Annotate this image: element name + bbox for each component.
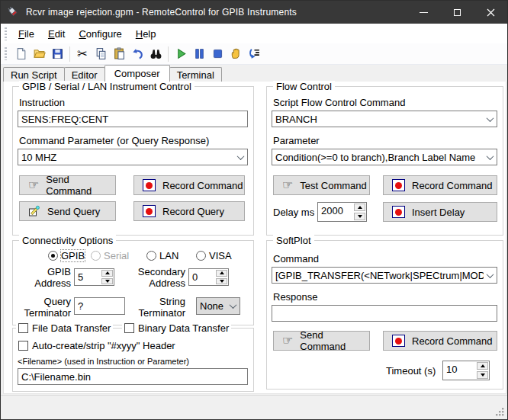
string-terminator-combo[interactable]: None [196,297,240,315]
halt-button[interactable] [227,45,245,63]
maximize-button[interactable] [440,1,474,24]
spin-up-icon[interactable] [477,362,488,370]
pointing-hand-icon [282,180,293,191]
timeout-spinner[interactable]: 10 [442,361,490,380]
record-command-button[interactable]: Record Command [133,175,245,195]
chevron-down-icon [484,268,497,283]
instruction-input[interactable] [18,111,248,127]
spin-down-icon[interactable] [216,278,227,285]
group-softplot: SoftPlot Command [GPIB_TRANSFER(<NETwork… [266,240,503,390]
copy-button[interactable] [92,45,110,63]
radio-lan[interactable]: LAN [146,250,178,261]
menu-help[interactable]: Help [129,25,163,43]
tab-composer[interactable]: Composer [104,65,170,82]
maximize-icon [454,9,461,16]
undo-button[interactable] [128,45,146,63]
menu-file[interactable]: File [11,25,41,43]
send-query-button[interactable]: Send Query [19,201,116,221]
menubar-grip[interactable] [5,27,7,40]
spinner-value: 2000 [318,203,353,221]
minimize-button[interactable] [407,1,440,24]
send-command-button[interactable]: Send Command [19,175,116,195]
flow-parameter-combo[interactable]: Condition(>=0 to branch),Branch Label Na… [272,149,497,165]
chevron-down-icon [484,111,497,127]
radio-label: GPIB [61,250,85,261]
file-data-transfer-checkbox[interactable]: File Data Transfer [16,322,113,334]
spinner-arrows[interactable] [353,203,366,221]
button-label: Record Command [412,180,493,191]
timeout-label: Timeout (s) [386,365,436,377]
flow-record-command-button[interactable]: Record Command [383,175,497,195]
menu-configure[interactable]: Configure [72,25,128,43]
query-terminator-input[interactable] [74,297,125,315]
spin-up-icon[interactable] [101,270,113,277]
paste-button[interactable] [110,45,128,63]
resize-grip[interactable] [495,407,505,417]
group-title: SoftPlot [273,235,314,246]
insert-delay-button[interactable]: Insert Delay [383,202,497,222]
flow-command-combo[interactable]: BRANCH [272,111,497,127]
flow-parameter-label: Parameter [273,135,320,146]
secondary-address-spinner[interactable]: 0 [188,268,229,286]
tab-run-script[interactable]: Run Script [3,67,65,82]
goto-line-button[interactable] [245,45,263,63]
binary-data-transfer-checkbox[interactable]: Binary Data Transfer [122,322,231,334]
radio-serial[interactable]: Serial [91,250,129,261]
stop-script-button[interactable] [208,45,227,63]
minimize-icon [420,12,428,13]
filename-input[interactable] [18,368,248,385]
radio-gpib[interactable]: GPIB [48,250,85,261]
close-button[interactable] [474,1,507,24]
spinner-arrows[interactable] [476,361,489,380]
spin-down-icon[interactable] [477,371,488,379]
delay-label: Delay ms [273,207,314,218]
stop-icon [211,47,224,60]
combo-value: BRANCH [272,114,484,125]
toolbar: ✂ [1,43,507,65]
test-command-button[interactable]: Test Command [273,175,370,195]
spinner-arrows[interactable] [215,269,228,285]
spinner-arrows[interactable] [101,269,114,285]
copy-icon [95,47,108,60]
spin-down-icon[interactable] [101,278,113,285]
find-button[interactable] [146,45,165,63]
menu-edit[interactable]: Edit [41,25,72,43]
record-query-button[interactable]: Record Query [133,201,245,221]
button-label: Record Command [162,180,243,191]
new-file-button[interactable] [11,45,30,63]
radio-visa[interactable]: VISA [196,250,232,261]
auto-header-checkbox[interactable]: Auto-create/strip "#xyyy" Header [16,340,178,351]
command-parameter-label: Command Parameter (or Query Response) [19,135,209,146]
radio-label: LAN [159,250,178,261]
cut-button[interactable]: ✂ [73,45,92,63]
save-file-button[interactable] [48,45,66,63]
toolbar-grip[interactable] [5,47,7,60]
button-label: Send Command [46,174,115,197]
radio-dot-icon [91,251,101,261]
titlebar: Rcvr image rejection.gpm - RemoteControl… [1,1,507,24]
flow-command-label: Script Flow Control Command [273,97,405,108]
button-label: Record Command [412,335,493,347]
softplot-response-input[interactable] [272,305,497,322]
spin-up-icon[interactable] [354,204,365,211]
checkbox-label: File Data Transfer [32,322,111,334]
spin-up-icon[interactable] [216,270,227,277]
goto-line-icon [248,47,261,60]
checkbox-icon [124,323,134,333]
run-script-button[interactable] [172,45,190,63]
pause-script-button[interactable] [190,45,208,63]
tab-terminal[interactable]: Terminal [169,67,222,82]
group-connectivity-options: Connectivity Options GPIB Serial LAN VIS… [12,240,254,325]
paste-icon [113,47,126,60]
softplot-command-combo[interactable]: [GPIB_TRANSFER(<NETwork|SPECtrum|MOD [272,267,497,284]
tab-editor[interactable]: Editor [64,67,105,82]
group-title: Connectivity Options [19,235,116,246]
gpib-address-spinner[interactable]: 5 [74,268,114,286]
radio-label: VISA [209,250,232,261]
command-parameter-combo[interactable]: 10 MHZ [18,149,248,165]
delay-spinner[interactable]: 2000 [317,202,367,222]
softplot-record-command-button[interactable]: Record Command [383,331,497,351]
open-file-button[interactable] [30,45,48,63]
spin-down-icon[interactable] [354,213,365,220]
softplot-send-command-button[interactable]: Send Command [273,331,370,351]
